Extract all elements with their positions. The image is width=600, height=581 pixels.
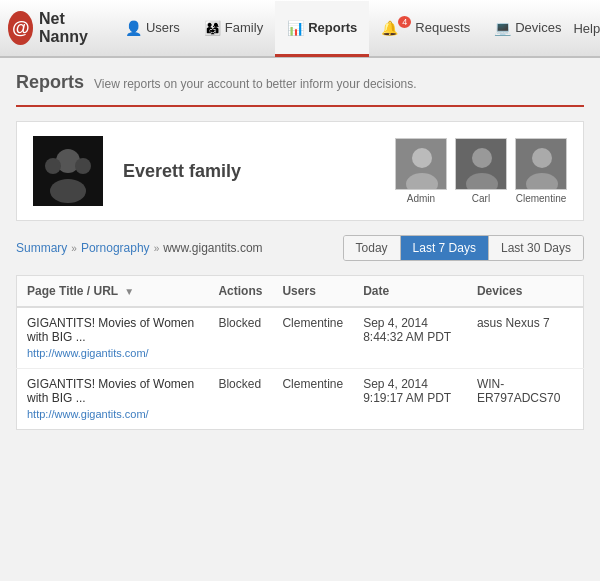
family-avatars: Admin Carl	[395, 138, 567, 204]
navbar: @ Net Nanny 👤 Users 👨‍👩‍👧 Family 📊 Repor…	[0, 0, 600, 58]
header-divider	[16, 105, 584, 107]
family-thumbnail-img	[33, 136, 103, 206]
cell-url-link-1[interactable]: http://www.gigantits.com/	[27, 408, 149, 420]
avatar-carl[interactable]: Carl	[455, 138, 507, 204]
svg-point-9	[472, 148, 492, 168]
nav-right: Help Logout	[573, 21, 600, 36]
breadcrumb-sep-2: »	[154, 243, 160, 254]
nav-items: 👤 Users 👨‍👩‍👧 Family 📊 Reports 🔔 4 Reque…	[113, 0, 574, 56]
family-thumbnail	[33, 136, 103, 206]
nav-item-requests-label: Requests	[415, 20, 470, 35]
svg-point-6	[412, 148, 432, 168]
svg-point-4	[75, 158, 91, 174]
col-page-title[interactable]: Page Title / URL ▼	[17, 276, 209, 308]
page-title: Reports	[16, 72, 84, 93]
filter-last30[interactable]: Last 30 Days	[489, 236, 583, 260]
breadcrumb-current: www.gigantits.com	[163, 241, 262, 255]
filter-buttons: Today Last 7 Days Last 30 Days	[343, 235, 584, 261]
cell-url-link-0[interactable]: http://www.gigantits.com/	[27, 347, 149, 359]
requests-badge: 4	[398, 16, 411, 28]
breadcrumb-sep-1: »	[71, 243, 77, 254]
avatar-clementine-img	[515, 138, 567, 190]
controls-row: Summary » Pornography » www.gigantits.co…	[16, 235, 584, 261]
requests-icon: 🔔	[381, 20, 398, 36]
family-card: Everett family Admin	[16, 121, 584, 221]
breadcrumb: Summary » Pornography » www.gigantits.co…	[16, 241, 263, 255]
cell-device-0: asus Nexus 7	[467, 307, 584, 369]
cell-device-1: WIN-ER797ADCS70	[467, 369, 584, 430]
avatar-admin[interactable]: Admin	[395, 138, 447, 204]
sort-arrow-icon: ▼	[124, 286, 134, 297]
cell-date-1: Sep 4, 2014 9:19:17 AM PDT	[353, 369, 467, 430]
nav-item-devices-label: Devices	[515, 20, 561, 35]
table-row: GIGANTITS! Movies of Women with BIG ... …	[17, 369, 584, 430]
cell-title-0: GIGANTITS! Movies of Women with BIG ... …	[17, 307, 209, 369]
breadcrumb-summary[interactable]: Summary	[16, 241, 67, 255]
avatar-admin-label: Admin	[407, 193, 435, 204]
breadcrumb-pornography[interactable]: Pornography	[81, 241, 150, 255]
family-name: Everett family	[123, 161, 375, 182]
family-icon: 👨‍👩‍👧	[204, 20, 221, 36]
avatar-admin-img	[395, 138, 447, 190]
nav-item-family[interactable]: 👨‍👩‍👧 Family	[192, 1, 275, 57]
cell-user-1: Clementine	[272, 369, 353, 430]
page-header: Reports View reports on your account to …	[16, 72, 584, 93]
nav-item-reports-label: Reports	[308, 20, 357, 35]
logo[interactable]: @ Net Nanny	[8, 10, 97, 46]
cell-action-1: Blocked	[208, 369, 272, 430]
devices-icon: 💻	[494, 20, 511, 36]
col-date: Date	[353, 276, 467, 308]
col-actions: Actions	[208, 276, 272, 308]
nav-item-requests[interactable]: 🔔 4 Requests	[369, 1, 482, 57]
avatar-carl-label: Carl	[472, 193, 490, 204]
cell-action-0: Blocked	[208, 307, 272, 369]
nav-item-users[interactable]: 👤 Users	[113, 1, 192, 57]
users-icon: 👤	[125, 20, 142, 36]
cell-user-0: Clementine	[272, 307, 353, 369]
logo-icon: @	[8, 11, 33, 45]
table-header: Page Title / URL ▼ Actions Users Date De…	[17, 276, 584, 308]
avatar-clementine[interactable]: Clementine	[515, 138, 567, 204]
logo-text: Net Nanny	[39, 10, 97, 46]
nav-item-users-label: Users	[146, 20, 180, 35]
filter-today[interactable]: Today	[344, 236, 401, 260]
avatar-carl-img	[455, 138, 507, 190]
avatar-clementine-label: Clementine	[516, 193, 567, 204]
cell-title-1: GIGANTITS! Movies of Women with BIG ... …	[17, 369, 209, 430]
nav-item-devices[interactable]: 💻 Devices	[482, 1, 573, 57]
reports-icon: 📊	[287, 20, 304, 36]
col-users: Users	[272, 276, 353, 308]
content: Reports View reports on your account to …	[0, 58, 600, 581]
filter-last7[interactable]: Last 7 Days	[401, 236, 489, 260]
table-row: GIGANTITS! Movies of Women with BIG ... …	[17, 307, 584, 369]
svg-point-3	[45, 158, 61, 174]
page-subtitle: View reports on your account to better i…	[94, 77, 417, 91]
table-body: GIGANTITS! Movies of Women with BIG ... …	[17, 307, 584, 430]
col-devices: Devices	[467, 276, 584, 308]
help-link[interactable]: Help	[573, 21, 600, 36]
nav-item-family-label: Family	[225, 20, 263, 35]
cell-date-0: Sep 4, 2014 8:44:32 AM PDT	[353, 307, 467, 369]
svg-point-12	[532, 148, 552, 168]
svg-point-2	[50, 179, 86, 203]
reports-table: Page Title / URL ▼ Actions Users Date De…	[16, 275, 584, 430]
nav-item-reports[interactable]: 📊 Reports	[275, 1, 369, 57]
